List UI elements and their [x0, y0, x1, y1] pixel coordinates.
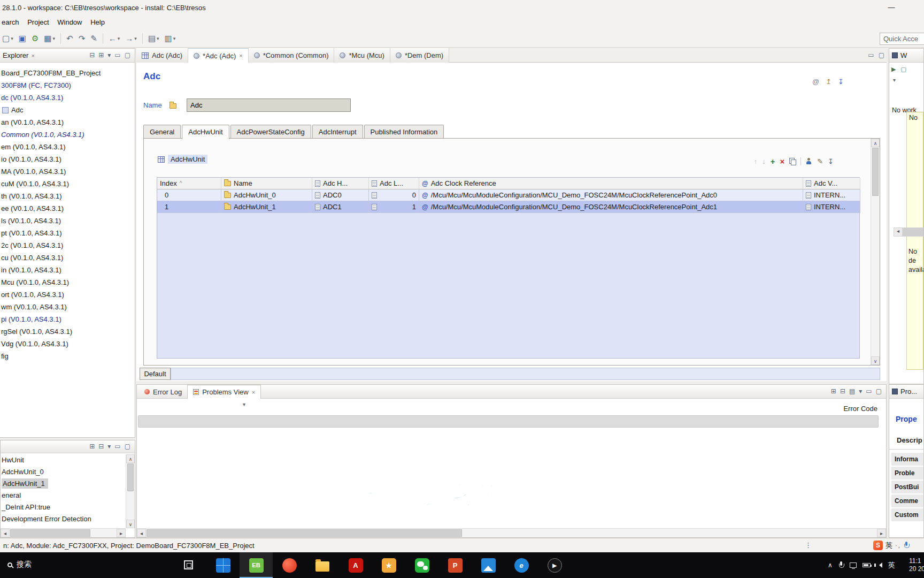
back-icon[interactable]: ←▾	[109, 34, 120, 43]
cell-adc-hw[interactable]: ADC0	[312, 189, 369, 201]
table-view-icon[interactable]: ▦▾	[44, 34, 55, 43]
column-index[interactable]: Index^	[157, 178, 221, 189]
outline-item-ded[interactable]: Development Error Detection	[1, 513, 135, 525]
app-media-player-icon[interactable]: ▶	[538, 552, 571, 578]
tray-mic-icon[interactable]	[838, 561, 844, 569]
import-icon[interactable]: ↧	[838, 78, 844, 86]
close-icon[interactable]: ×	[31, 52, 34, 59]
explorer-item-lin[interactable]: in (V0.1.0, AS4.3.1)	[0, 264, 135, 276]
scroll-left-icon[interactable]: ◂	[137, 529, 146, 537]
run-icon[interactable]: ▶	[891, 66, 896, 73]
outline-vertical-scrollbar[interactable]: ∧ ∨	[126, 454, 135, 528]
name-input[interactable]	[187, 98, 351, 112]
maximize-icon[interactable]: ▢	[125, 51, 130, 59]
app-powerpoint-icon[interactable]: P	[438, 552, 472, 578]
app-file-explorer-icon[interactable]	[306, 552, 339, 578]
tab-published-information[interactable]: Published Information	[364, 125, 444, 139]
app-star-icon[interactable]: ★	[372, 552, 405, 578]
explorer-item-dio[interactable]: io (V0.1.0, AS4.3.1)	[0, 153, 135, 165]
explorer-item-common[interactable]: Common (V0.1.0, AS4.3.1)	[0, 128, 135, 141]
collapse-all-icon[interactable]: ⊟	[98, 443, 104, 450]
property-row-comment[interactable]: Comme	[891, 495, 923, 507]
scroll-right-icon[interactable]: ▸	[117, 529, 126, 537]
property-row-postbuild[interactable]: PostBui	[891, 481, 923, 493]
annotation-icon[interactable]: @	[812, 78, 819, 86]
problems-horizontal-scrollbar[interactable]: ◂ ▸	[137, 528, 886, 537]
minimize-panel-icon[interactable]: ▭	[868, 51, 874, 59]
quick-access-box[interactable]: Quick Acce	[880, 33, 924, 45]
column-adc-hw[interactable]: Adc H...	[312, 178, 369, 189]
collapse-all-icon[interactable]: ⊟	[89, 51, 95, 59]
view-menu-icon[interactable]: ▾	[859, 387, 862, 395]
tab-mcu[interactable]: *Mcu (Mcu)	[334, 48, 390, 63]
stop-icon[interactable]: ▢	[900, 66, 906, 73]
scroll-up-icon[interactable]: ∧	[126, 454, 135, 463]
property-row-problems[interactable]: Proble	[891, 467, 923, 480]
tray-chevron-icon[interactable]: ∧	[828, 561, 833, 569]
edit-mode-icon[interactable]: ✎	[90, 34, 97, 43]
close-icon[interactable]: ×	[252, 389, 255, 396]
property-row-information[interactable]: Informa	[891, 453, 923, 466]
sogou-icon[interactable]: S	[873, 541, 883, 550]
forward-icon[interactable]: →▾	[125, 34, 137, 43]
tab-explorer[interactable]: Explorer ×	[3, 51, 35, 59]
scrollbar-thumb[interactable]	[10, 529, 90, 537]
scroll-down-icon[interactable]: ∨	[126, 520, 135, 528]
menu-help[interactable]: Help	[89, 16, 110, 26]
minimize-icon[interactable]: ▭	[866, 387, 872, 395]
ime-indicator[interactable]: S 英 ·,	[873, 541, 909, 550]
move-down-icon[interactable]: ↓	[762, 157, 766, 165]
undo-icon[interactable]: ↶	[66, 34, 73, 43]
explorer-item-spi[interactable]: pi (V0.1.0, AS4.3.1)	[0, 313, 135, 325]
view-layout-icon[interactable]: ▤▾	[148, 34, 159, 43]
tab-general[interactable]: General	[143, 125, 181, 139]
taskbar-search[interactable]: 搜索	[7, 560, 32, 569]
explorer-item-adc-module[interactable]: dc (V0.1.0, AS4.3.1)	[0, 92, 135, 104]
overflow-dots-icon[interactable]: ⋮	[805, 541, 812, 549]
edit-icon[interactable]: ✎	[817, 157, 823, 165]
tab-adcpowerstateconfig[interactable]: AdcPowerStateConfig	[230, 125, 311, 139]
menu-caret-icon[interactable]: ▾	[893, 77, 896, 83]
explorer-item-can[interactable]: an (V0.1.0, AS4.3.1)	[0, 116, 135, 128]
user-edit-icon[interactable]	[806, 158, 812, 165]
view-menu-icon[interactable]: ▾	[107, 443, 111, 450]
column-adc-v[interactable]: Adc V...	[803, 178, 860, 189]
tab-problems-view[interactable]: Problems View×	[187, 385, 261, 399]
expand-all-icon[interactable]: ⊞	[89, 443, 95, 450]
task-view-icon[interactable]	[184, 560, 193, 569]
collapse-up-icon[interactable]: ↥	[826, 78, 831, 86]
add-row-icon[interactable]: +	[771, 157, 775, 166]
cell-adc-v[interactable]: INTERN...	[803, 201, 860, 213]
explorer-item-dem[interactable]: em (V0.1.0, AS4.3.1)	[0, 141, 135, 153]
property-row-custom[interactable]: Custom	[891, 508, 923, 521]
move-up-icon[interactable]: ↑	[754, 157, 758, 165]
explorer-item-eth[interactable]: th (V0.1.0, AS4.3.1)	[0, 190, 135, 202]
scroll-up-icon[interactable]: ∧	[871, 139, 880, 147]
menu-window[interactable]: Window	[56, 16, 87, 26]
explorer-item-fee[interactable]: ee (V0.1.0, AS4.3.1)	[0, 202, 135, 215]
explorer-item-ecum[interactable]: cuM (V0.1.0, AS4.3.1)	[0, 178, 135, 190]
tab-workflows[interactable]: W	[892, 51, 907, 59]
ime-punct-icon[interactable]: ·,	[895, 542, 901, 549]
generate-icon[interactable]: ⚙	[32, 34, 38, 43]
app-blue-window-icon[interactable]	[206, 552, 240, 578]
minimize-icon[interactable]: ▭	[114, 443, 120, 450]
scrollbar-thumb[interactable]	[147, 529, 462, 537]
minimize-button[interactable]: —	[882, 1, 900, 14]
explorer-item-config[interactable]: fig	[0, 350, 135, 362]
tab-properties[interactable]: Pro...	[892, 387, 917, 396]
redo-icon[interactable]: ↷	[79, 34, 86, 43]
column-name[interactable]: Name	[221, 178, 312, 189]
column-adc-clock-reference[interactable]: @Adc Clock Reference	[419, 178, 803, 189]
tray-ime-language[interactable]: 英	[888, 560, 895, 570]
explorer-item-gpt[interactable]: pt (V0.1.0, AS4.3.1)	[0, 227, 135, 239]
battery-icon[interactable]	[863, 563, 871, 567]
view-split-icon[interactable]: ▥▾	[165, 34, 176, 43]
tab-dem[interactable]: *Dem (Dem)	[390, 48, 449, 63]
explorer-item-project[interactable]: Board_FC7300F8M_EB_Project	[0, 67, 135, 79]
speaker-icon[interactable]	[876, 562, 882, 568]
maximize-icon[interactable]: ▢	[876, 387, 882, 395]
export-icon[interactable]: ↧	[828, 157, 834, 165]
network-icon[interactable]	[850, 562, 857, 568]
tab-adchwunit[interactable]: AdcHwUnit	[182, 125, 229, 139]
